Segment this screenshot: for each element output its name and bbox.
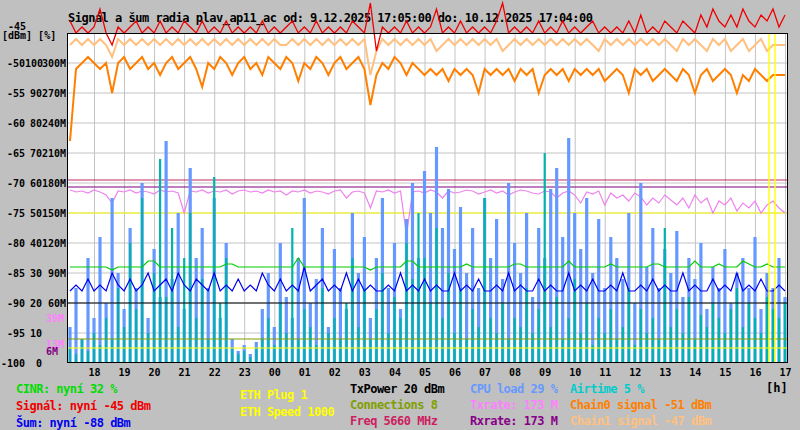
- legend-noise: Šum: nyní -88 dBm: [16, 416, 130, 430]
- y-axis-extra-rate-label: 6M: [46, 346, 58, 357]
- y-axis-row: -1000: [0, 358, 66, 369]
- y-axis-extra-rate-label: 39M: [46, 313, 64, 324]
- y-axis-row: -5590270M: [0, 88, 66, 99]
- y-axis-row: -7060180M: [0, 178, 66, 189]
- legend-eth-plug: ETH Plug 1: [240, 388, 307, 402]
- x-axis-hour-label: 21: [174, 367, 196, 378]
- y-axis-row: -9510: [0, 328, 66, 339]
- y-axis-row: -6570210M: [0, 148, 66, 159]
- x-axis-hour-label: 16: [744, 367, 766, 378]
- x-axis-hour-label: 17: [774, 367, 796, 378]
- x-axis-hour-label: 09: [534, 367, 556, 378]
- x-axis-hour-label: 04: [384, 367, 406, 378]
- y-axis-row: -6080240M: [0, 118, 66, 129]
- x-axis-hour-label: 19: [114, 367, 136, 378]
- x-axis-hour-label: 14: [684, 367, 706, 378]
- x-axis-hour-label: 13: [654, 367, 676, 378]
- x-axis-hour-label: 20: [144, 367, 166, 378]
- x-axis-hour-label: 08: [504, 367, 526, 378]
- y-axis-row: -902060M: [0, 298, 66, 309]
- x-axis-hour-label: 03: [354, 367, 376, 378]
- x-axis-hour-label: 18: [84, 367, 106, 378]
- legend-eth-speed: ETH Speed 1000: [240, 405, 334, 419]
- y-axis-row: -853090M: [0, 268, 66, 279]
- legend-chain1: Chain1 signal -47 dBm: [570, 414, 711, 428]
- legend-freq: Freq 5660 MHz: [350, 414, 437, 428]
- legend-txrate: Txrate: 173 M: [470, 398, 557, 412]
- y-axis-row: -50100300M: [0, 58, 66, 69]
- legend-signal: Signál: nyní -45 dBm: [16, 399, 151, 413]
- legend-connections: Connections 8: [350, 398, 437, 412]
- x-axis-hour-label: 05: [414, 367, 436, 378]
- y-axis-unit-label: [dBm] [%]: [2, 30, 56, 41]
- x-axis-hour-label: 23: [234, 367, 256, 378]
- y-axis-row: -8040120M: [0, 238, 66, 249]
- legend-cinr: CINR: nyní 32 %: [16, 382, 117, 396]
- legend-txpower: TxPower 20 dBm: [350, 382, 444, 396]
- x-axis-hour-label: 22: [204, 367, 226, 378]
- legend-chain0: Chain0 signal -51 dBm: [570, 398, 711, 412]
- x-axis-hour-label: 02: [324, 367, 346, 378]
- x-axis-hour-label: 01: [294, 367, 316, 378]
- x-axis-hour-label: 15: [714, 367, 736, 378]
- legend-cpu-load: CPU load 29 %: [470, 382, 557, 396]
- y-axis-row: -7550150M: [0, 208, 66, 219]
- chart-plot-area: [67, 0, 788, 364]
- x-axis-hour-label: 06: [444, 367, 466, 378]
- x-axis-hour-label: 00: [264, 367, 286, 378]
- x-axis-unit-label: [h]: [766, 381, 788, 395]
- x-axis-hour-label: 12: [624, 367, 646, 378]
- x-axis-hour-label: 07: [474, 367, 496, 378]
- x-axis-hour-label: 11: [594, 367, 616, 378]
- legend-airtime: Airtime 5 %: [570, 382, 644, 396]
- legend-rxrate: Rxrate: 173 M: [470, 414, 557, 428]
- x-axis-hour-label: 10: [564, 367, 586, 378]
- signal-noise-chart-page: Signál a šum radia plav_ap11_ac od: 9.12…: [0, 0, 800, 430]
